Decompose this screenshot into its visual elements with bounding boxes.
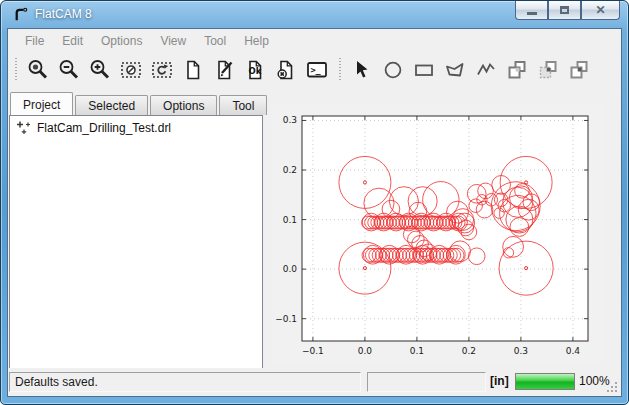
y-tick-label: 0.3 (283, 115, 297, 125)
svg-text:Ok: Ok (248, 66, 261, 76)
toolbar-drag-handle[interactable] (14, 58, 19, 82)
close-icon: ✕ (595, 4, 605, 16)
x-tick-label: 0.3 (514, 346, 528, 356)
close-button[interactable]: ✕ (581, 1, 620, 20)
polygon-union-icon (505, 58, 529, 82)
zoom-in-icon (88, 58, 112, 82)
client-area: FileEditOptionsViewToolHelp Ok>_ Project… (7, 28, 622, 397)
toolbar-group-file: Ok>_ (22, 55, 332, 85)
polygon-subtract-button[interactable] (532, 55, 563, 85)
draw-polygon-button[interactable] (439, 55, 470, 85)
status-secondary-panel (367, 372, 486, 392)
replot-button[interactable] (146, 55, 177, 85)
toolbar: Ok>_ (8, 52, 621, 88)
maximize-icon (560, 6, 569, 14)
y-tick-label: 0.2 (283, 165, 297, 175)
app-window: FlatCAM 8 ✕ FileEditOptionsViewToolHelp … (0, 0, 629, 405)
zoom-out-button[interactable] (53, 55, 84, 85)
menu-help[interactable]: Help (235, 31, 278, 51)
y-tick-label: −0.1 (275, 314, 297, 324)
resize-grip[interactable] (615, 390, 617, 392)
menu-file[interactable]: File (16, 31, 53, 51)
new-file-button[interactable] (177, 55, 208, 85)
select-arrow-icon (350, 58, 374, 82)
tab-tool[interactable]: Tool (219, 95, 267, 115)
draw-path-button[interactable] (470, 55, 501, 85)
zoom-out-icon (57, 58, 81, 82)
status-message: Defaults saved. (15, 375, 98, 389)
new-file-icon (181, 58, 205, 82)
tab-project[interactable]: Project (10, 92, 73, 115)
svg-text:>_: >_ (310, 65, 321, 75)
menu-bar: FileEditOptionsViewToolHelp (8, 29, 621, 52)
minimize-button[interactable] (515, 1, 548, 20)
x-tick-label: −0.1 (302, 346, 324, 356)
x-tick-label: 0.1 (410, 346, 424, 356)
delete-file-icon (274, 58, 298, 82)
progress-bar-fill (516, 374, 574, 389)
save-ok-icon: Ok (243, 58, 267, 82)
tree-item-label: FlatCam_Drilling_Test.drl (37, 121, 171, 135)
draw-polygon-icon (443, 58, 467, 82)
tab-bar: ProjectSelectedOptionsTool (10, 93, 269, 115)
status-message-panel: Defaults saved. (9, 372, 361, 392)
shell-icon: >_ (305, 58, 329, 82)
polygon-union-button[interactable] (501, 55, 532, 85)
save-ok-button[interactable]: Ok (239, 55, 270, 85)
status-bar: Defaults saved. [in] 100% (8, 368, 621, 396)
title-bar[interactable]: FlatCAM 8 ✕ (1, 1, 628, 28)
toolbar-group-geometry (346, 55, 594, 85)
maximize-button[interactable] (548, 1, 581, 20)
tab-selected[interactable]: Selected (75, 95, 148, 115)
clear-plot-button[interactable] (115, 55, 146, 85)
menu-edit[interactable]: Edit (53, 31, 92, 51)
x-tick-label: 0.4 (566, 346, 581, 356)
progress-bar (515, 373, 575, 390)
select-arrow-button[interactable] (346, 55, 377, 85)
x-tick-label: 0.0 (358, 346, 373, 356)
open-file-icon (212, 58, 236, 82)
zoom-in-button[interactable] (84, 55, 115, 85)
drill-object-icon (16, 120, 32, 136)
window-controls: ✕ (515, 1, 620, 20)
menu-options[interactable]: Options (92, 31, 151, 51)
replot-icon (150, 58, 174, 82)
draw-path-icon (474, 58, 498, 82)
x-tick-label: 0.2 (462, 346, 476, 356)
polygon-subtract-icon (536, 58, 560, 82)
toolbar-drag-handle-2[interactable] (338, 58, 343, 82)
y-tick-label: 0.0 (283, 264, 298, 274)
project-tree-panel[interactable]: FlatCam_Drilling_Test.drl (9, 115, 263, 369)
units-label: [in] (490, 374, 509, 388)
menu-view[interactable]: View (151, 31, 195, 51)
delete-file-button[interactable] (270, 55, 301, 85)
polygon-intersect-button[interactable] (563, 55, 594, 85)
flatcam-logo-icon (12, 6, 29, 23)
polygon-intersect-icon (567, 58, 591, 82)
y-tick-label: 0.1 (283, 215, 297, 225)
tree-item[interactable]: FlatCam_Drilling_Test.drl (10, 116, 262, 136)
zoom-fit-icon (26, 58, 50, 82)
progress-percent-label: 100% (579, 374, 610, 388)
open-file-button[interactable] (208, 55, 239, 85)
minimize-icon (527, 12, 537, 15)
shell-button[interactable]: >_ (301, 55, 332, 85)
clear-plot-icon (119, 58, 143, 82)
draw-rectangle-icon (412, 58, 436, 82)
zoom-fit-button[interactable] (22, 55, 53, 85)
draw-rectangle-button[interactable] (408, 55, 439, 85)
draw-circle-button[interactable] (377, 55, 408, 85)
menu-tool[interactable]: Tool (195, 31, 235, 51)
plot-area[interactable]: −0.10.00.10.20.30.4−0.10.00.10.20.3 (273, 104, 603, 364)
plot-canvas[interactable]: −0.10.00.10.20.30.4−0.10.00.10.20.3 (273, 104, 603, 362)
window-title: FlatCAM 8 (35, 7, 92, 21)
tab-options[interactable]: Options (150, 95, 217, 115)
draw-circle-icon (381, 58, 405, 82)
